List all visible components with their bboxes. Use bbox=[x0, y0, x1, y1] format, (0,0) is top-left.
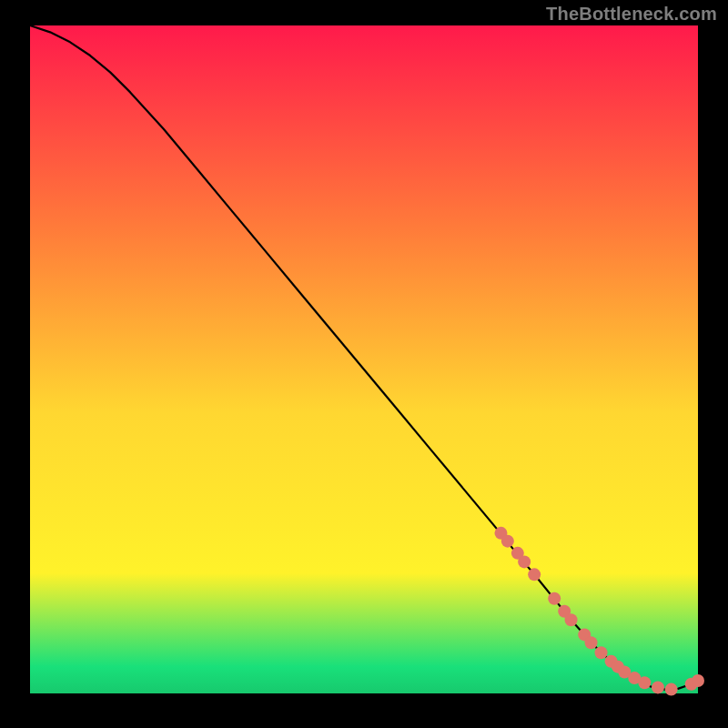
chart-container: { "watermark": "TheBottleneck.com", "col… bbox=[0, 0, 728, 728]
watermark-text: TheBottleneck.com bbox=[546, 4, 717, 25]
curve-marker bbox=[528, 568, 541, 581]
curve-marker bbox=[565, 613, 578, 626]
curve-marker bbox=[548, 592, 561, 605]
curve-marker bbox=[638, 676, 651, 689]
chart-svg bbox=[0, 0, 728, 728]
curve-marker bbox=[518, 555, 531, 568]
curve-marker bbox=[595, 646, 608, 659]
curve-marker bbox=[665, 683, 678, 696]
curve-marker bbox=[652, 681, 664, 693]
curve-marker bbox=[692, 674, 704, 687]
gradient-plot-area bbox=[30, 25, 698, 693]
curve-marker bbox=[585, 636, 598, 649]
curve-marker bbox=[501, 535, 514, 548]
